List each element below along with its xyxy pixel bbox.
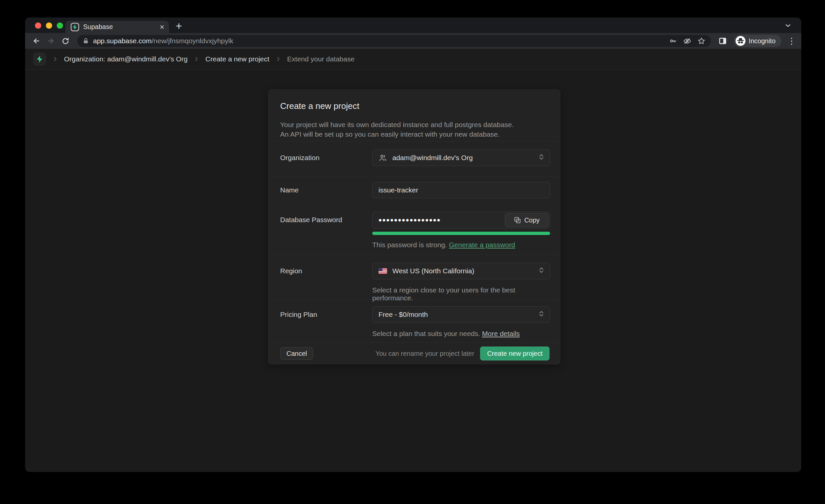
breadcrumb-create-project[interactable]: Create a new project (205, 55, 269, 63)
url-path: /new/jfnsmqoynldvxjyhpylk (151, 37, 233, 45)
region-helper: Select a region close to your users for … (372, 286, 550, 302)
select-chevrons-icon (539, 266, 544, 276)
users-icon (378, 153, 387, 162)
new-tab-button[interactable]: + (175, 19, 182, 32)
tab-title: Supabase (83, 23, 156, 31)
lock-icon[interactable] (82, 38, 89, 44)
password-strength-bar (372, 232, 550, 235)
breadcrumb-organization[interactable]: Organization: adam@windmill.dev's Org (64, 55, 188, 63)
window-controls (35, 22, 63, 29)
region-select[interactable]: West US (North California) (372, 263, 550, 279)
generate-password-link[interactable]: Generate a password (449, 241, 515, 248)
copy-button-label: Copy (524, 217, 540, 224)
pricing-plan-value: Free - $0/month (378, 310, 428, 318)
tab-strip: Supabase × + (25, 17, 801, 33)
chevron-right-icon (52, 56, 58, 62)
card-description-line1: Your project will have its own dedicated… (280, 120, 548, 129)
organization-value: adam@windmill.dev's Org (392, 154, 473, 162)
page-title: Create a new project (280, 101, 548, 111)
close-tab-icon[interactable]: × (160, 23, 164, 31)
incognito-spy-icon (736, 36, 745, 46)
side-panel-icon[interactable] (717, 35, 729, 47)
password-helper: This password is strong. Generate a pass… (372, 241, 550, 249)
card-description-line2: An API will be set up so you can easily … (280, 129, 548, 139)
card-description: Your project will have its own dedicated… (280, 120, 548, 139)
password-key-icon[interactable] (669, 37, 677, 45)
incognito-label: Incognito (749, 37, 775, 45)
back-icon[interactable] (30, 35, 42, 47)
copy-password-button[interactable]: Copy (505, 213, 548, 227)
browser-window: Supabase × + app.supabase.com/new/jfnsmq… (25, 17, 801, 472)
pricing-helper: Select a plan that suits your needs. Mor… (372, 330, 550, 338)
create-new-project-button[interactable]: Create new project (480, 347, 549, 360)
name-label: Name (280, 182, 372, 198)
more-details-link[interactable]: More details (482, 330, 520, 337)
card-footer: Cancel You can rename your project later… (268, 342, 560, 364)
name-password-section: Name Database Password (268, 176, 560, 255)
tab-search-chevron-icon[interactable] (784, 21, 792, 31)
us-flag-icon (378, 268, 387, 274)
pricing-helper-text: Select a plan that suits your needs. (372, 330, 480, 337)
project-name-input[interactable] (372, 182, 550, 198)
organization-section: Organization adam@windmill.dev's Org (268, 141, 560, 176)
rename-note: You can rename your project later (376, 350, 474, 357)
password-strength-text: This password is strong. (372, 241, 447, 248)
database-password-label: Database Password (280, 212, 372, 228)
breadcrumb-extend-database: Extend your database (287, 55, 355, 63)
supabase-favicon-icon (71, 23, 79, 31)
minimize-window-button[interactable] (46, 22, 52, 29)
address-bar[interactable]: app.supabase.com/new/jfnsmqoynldvxjyhpyl… (77, 35, 711, 47)
chevron-right-icon (194, 56, 199, 62)
copy-icon (514, 217, 521, 224)
organization-select[interactable]: adam@windmill.dev's Org (372, 149, 550, 166)
url-domain: app.supabase.com (93, 37, 151, 45)
supabase-logo[interactable] (33, 53, 46, 66)
browser-toolbar: app.supabase.com/new/jfnsmqoynldvxjyhpyl… (25, 33, 801, 49)
select-chevrons-icon (539, 153, 544, 162)
pricing-plan-select[interactable]: Free - $0/month (372, 306, 550, 323)
cancel-button[interactable]: Cancel (280, 347, 313, 360)
pricing-plan-label: Pricing Plan (280, 306, 372, 323)
eye-slash-icon[interactable] (683, 37, 691, 45)
reload-icon[interactable] (59, 35, 71, 47)
browser-tab[interactable]: Supabase × (65, 21, 169, 33)
close-window-button[interactable] (35, 22, 41, 29)
browser-menu-icon[interactable]: ⋮ (788, 36, 796, 46)
organization-label: Organization (280, 149, 372, 166)
region-value: West US (North California) (392, 267, 474, 275)
incognito-badge: Incognito (734, 34, 781, 47)
maximize-window-button[interactable] (57, 22, 63, 29)
chevron-right-icon (275, 56, 281, 62)
url-text: app.supabase.com/new/jfnsmqoynldvxjyhpyl… (93, 37, 233, 45)
region-label: Region (280, 263, 372, 279)
page-background: Create a new project Your project will h… (25, 70, 801, 472)
region-section: Region West US (North California) Select… (268, 255, 560, 299)
forward-icon[interactable] (45, 35, 57, 47)
pricing-section: Pricing Plan Free - $0/month Select a pl… (268, 299, 560, 342)
bookmark-star-icon[interactable] (697, 37, 705, 45)
app-header: Organization: adam@windmill.dev's Org Cr… (25, 49, 801, 70)
card-header: Create a new project Your project will h… (268, 90, 560, 141)
create-project-card: Create a new project Your project will h… (268, 89, 560, 364)
select-chevrons-icon (539, 310, 544, 319)
